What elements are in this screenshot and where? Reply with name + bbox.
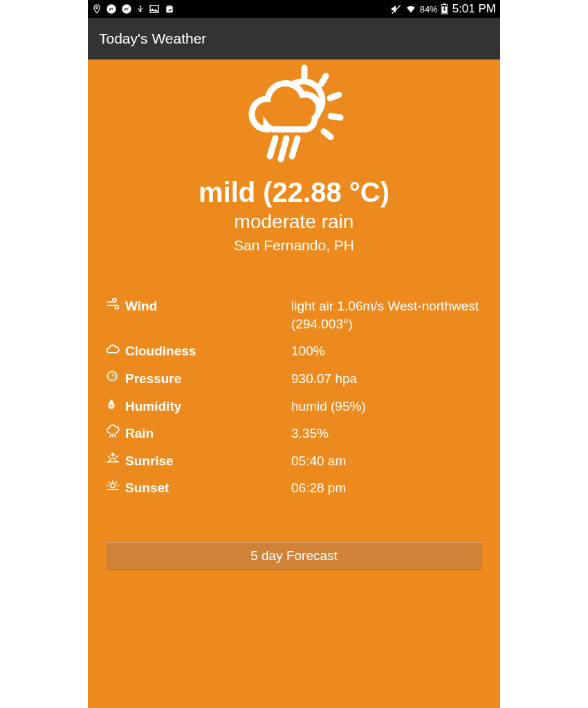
detail-row-sunrise: Sunrise 05:40 am [106,447,482,475]
detail-row-pressure: Pressure 930.07 hpa [106,365,482,393]
detail-label: Wind [125,297,291,315]
detail-row-humidity: % Humidity humid (95%) [106,393,482,420]
usb-icon [136,3,145,15]
forecast-button[interactable]: 5 day Forecast [106,542,482,570]
sunrise-icon [106,452,125,465]
detail-value: light air 1.06m/s West-northwest (294.00… [291,297,482,333]
temperature-line: mild (22.88 °C) [199,177,389,208]
svg-line-13 [270,138,275,156]
status-left [92,3,175,15]
rain-icon [106,425,125,438]
detail-value: 930.07 hpa [291,370,482,388]
svg-line-14 [281,138,286,159]
status-bar: 84% 5:01 PM [88,0,500,18]
detail-label: Cloudiness [125,342,291,360]
wind-icon [106,297,125,311]
detail-label: Pressure [125,370,291,388]
svg-line-30 [116,482,117,483]
svg-point-0 [96,7,98,9]
detail-value: 06:28 pm [291,479,482,497]
status-right: 84% 5:01 PM [389,2,496,16]
app-bar: Today's Weather [88,18,500,59]
image-icon [149,3,160,15]
svg-line-24 [116,456,118,458]
page-title: Today's Weather [99,30,206,47]
phone-frame: 84% 5:01 PM Today's Weather [88,0,500,708]
battery-percent: 84% [420,4,438,15]
svg-line-23 [108,456,109,458]
humidity-icon: % [106,398,125,410]
detail-value: 3.35% [291,425,482,442]
messenger-icon [106,3,117,15]
condition-line: moderate rain [235,211,354,233]
messenger-icon-2 [121,3,132,15]
detail-row-cloudiness: Cloudiness 100% [106,337,482,365]
status-clock: 5:01 PM [452,2,496,16]
svg-text:%: % [109,403,113,407]
svg-line-19 [112,434,113,437]
detail-label: Sunset [125,479,291,497]
detail-value: humid (95%) [291,398,482,416]
mute-icon [389,3,402,15]
details-list: Wind light air 1.06m/s West-northwest (2… [88,292,500,502]
weather-rain-sun-icon [235,64,353,170]
svg-line-15 [292,138,297,156]
pressure-icon [106,370,125,382]
detail-value: 05:40 am [291,452,482,470]
detail-row-rain: Rain 3.35% [106,420,482,447]
svg-line-11 [331,116,340,118]
detail-label: Rain [125,425,291,442]
detail-row-sunset: Sunset 06:28 pm [106,474,482,502]
wifi-icon [405,3,417,15]
svg-line-9 [321,76,326,84]
sunset-icon [106,479,125,492]
location-line: San Fernando, PH [234,237,354,254]
cloud-icon [106,342,125,356]
detail-label: Humidity [125,398,291,416]
store-icon [164,3,175,15]
main-content: mild (22.88 °C) moderate rain San Fernan… [88,59,500,708]
svg-line-29 [109,482,110,483]
svg-line-18 [110,434,111,437]
location-pin-icon [92,3,102,15]
svg-rect-6 [443,3,445,5]
detail-row-wind: Wind light air 1.06m/s West-northwest (2… [106,292,482,337]
forecast-button-label: 5 day Forecast [250,548,338,563]
battery-icon [441,3,448,15]
detail-value: 100% [291,342,482,360]
svg-line-12 [324,131,331,137]
detail-label: Sunrise [125,452,291,470]
svg-line-10 [330,95,339,98]
svg-line-20 [115,434,116,437]
svg-point-25 [111,483,116,488]
